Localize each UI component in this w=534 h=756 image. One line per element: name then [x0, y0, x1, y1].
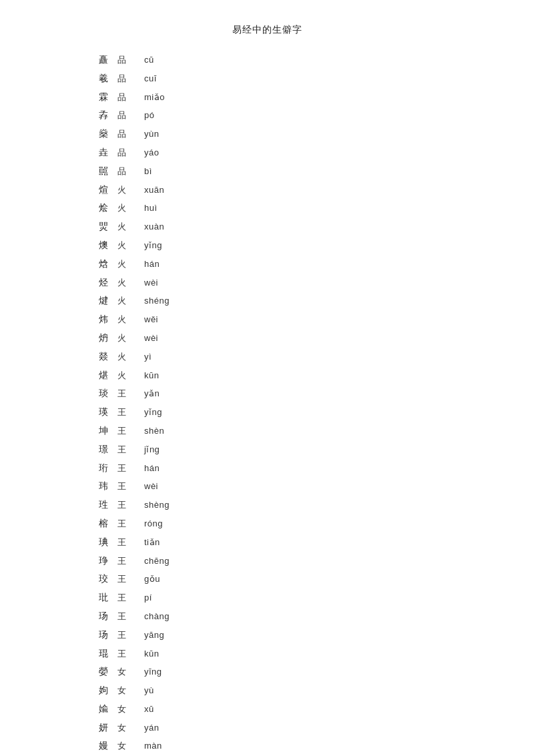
character: 坤 — [99, 423, 117, 439]
radical: 王 — [117, 535, 144, 550]
character: 矗 — [99, 52, 117, 68]
character: 燚 — [99, 349, 117, 365]
radical: 王 — [117, 591, 144, 605]
pinyin: shèng — [144, 498, 170, 512]
word-row: 瑛王yǐng — [99, 404, 534, 420]
character: 玭 — [99, 590, 117, 606]
pinyin: màn — [144, 739, 162, 753]
pinyin: cū — [144, 53, 154, 67]
pinyin: pó — [144, 108, 154, 123]
character: 燠 — [99, 238, 117, 254]
word-row: 矗品cū — [99, 52, 534, 68]
word-row: 孨品pó — [99, 107, 534, 123]
pinyin: yì — [144, 350, 152, 364]
pinyin: wèi — [144, 276, 158, 290]
character: 姁 — [99, 683, 117, 699]
radical: 火 — [117, 312, 144, 327]
word-row: 炿火wèi — [99, 330, 534, 346]
radical: 火 — [117, 220, 144, 234]
character: 煊 — [99, 182, 117, 198]
pinyin: wèi — [144, 479, 158, 494]
radical: 品 — [117, 108, 144, 123]
character: 煡 — [99, 293, 117, 309]
pinyin: wěi — [144, 312, 158, 327]
pinyin: yǎn — [144, 386, 160, 401]
word-row: 玚王chàng — [99, 609, 534, 625]
radical: 火 — [117, 238, 144, 253]
word-row: 琨王kūn — [99, 646, 534, 662]
word-row: 煡火shéng — [99, 293, 534, 309]
radical: 王 — [117, 628, 144, 643]
pinyin: huì — [144, 201, 158, 216]
word-row: 珩王hán — [99, 460, 534, 476]
character: 琨 — [99, 646, 117, 662]
radical: 女 — [117, 665, 144, 679]
word-row: 烩火huì — [99, 200, 534, 216]
pinyin: chēng — [144, 554, 170, 569]
radical: 火 — [117, 201, 144, 216]
word-row: 烃火wèi — [99, 275, 534, 291]
radical: 王 — [117, 572, 144, 587]
character: 琠 — [99, 534, 117, 550]
word-row: 玭王pí — [99, 590, 534, 606]
word-row: 嚚品bì — [99, 163, 534, 179]
word-row: 珄王shèng — [99, 497, 534, 513]
character: 燊 — [99, 126, 117, 142]
character: 烩 — [99, 200, 117, 216]
pinyin: miǎo — [144, 90, 165, 105]
character: 嚚 — [99, 163, 117, 179]
word-row: 珓王gǒu — [99, 571, 534, 587]
character: 嫈 — [99, 664, 117, 680]
word-row: 琰王yǎn — [99, 386, 534, 402]
character: 婾 — [99, 701, 117, 717]
character: 焸 — [99, 219, 117, 235]
word-row: 燠火yǐng — [99, 238, 534, 254]
character: 霖 — [99, 89, 117, 105]
word-row: 燚火yì — [99, 349, 534, 365]
pinyin: xuān — [144, 183, 164, 198]
character: 璟 — [99, 442, 117, 458]
character: 炿 — [99, 330, 117, 346]
radical: 火 — [117, 294, 144, 308]
radical: 王 — [117, 647, 144, 661]
radical: 王 — [117, 516, 144, 531]
pinyin: tiǎn — [144, 535, 160, 550]
pinyin: yù — [144, 683, 154, 698]
character: 玮 — [99, 478, 117, 494]
word-row: 姁女yù — [99, 683, 534, 699]
pinyin: xuàn — [144, 220, 164, 234]
character: 孨 — [99, 107, 117, 123]
pinyin: wèi — [144, 331, 158, 346]
pinyin: kūn — [144, 368, 159, 383]
word-row: 玚王yāng — [99, 627, 534, 643]
character: 珓 — [99, 571, 117, 587]
word-row: 燊品yùn — [99, 126, 534, 142]
radical: 女 — [117, 721, 144, 735]
character: 嫚 — [99, 738, 117, 754]
radical: 王 — [117, 424, 144, 438]
word-row: 煁火kūn — [99, 368, 534, 384]
word-row: 榕王róng — [99, 516, 534, 532]
character: 珩 — [99, 460, 117, 476]
character: 妍 — [99, 720, 117, 736]
character: 煁 — [99, 368, 117, 384]
radical: 火 — [117, 183, 144, 198]
word-row: 婾女xū — [99, 701, 534, 717]
radical: 品 — [117, 127, 144, 141]
radical: 王 — [117, 442, 144, 457]
character: 榕 — [99, 516, 117, 532]
radical: 女 — [117, 739, 144, 753]
word-row: 垚品yáo — [99, 145, 534, 161]
pinyin: kūn — [144, 647, 159, 661]
character: 琤 — [99, 553, 117, 569]
word-row: 琤王chēng — [99, 553, 534, 569]
pinyin: róng — [144, 516, 163, 531]
word-row: 炜火wěi — [99, 312, 534, 328]
pinyin: xū — [144, 702, 154, 717]
pinyin: yáo — [144, 145, 159, 160]
word-row: 玮王wèi — [99, 478, 534, 494]
radical: 火 — [117, 368, 144, 383]
radical: 女 — [117, 683, 144, 698]
radical: 王 — [117, 405, 144, 420]
pinyin: gǒu — [144, 572, 160, 587]
